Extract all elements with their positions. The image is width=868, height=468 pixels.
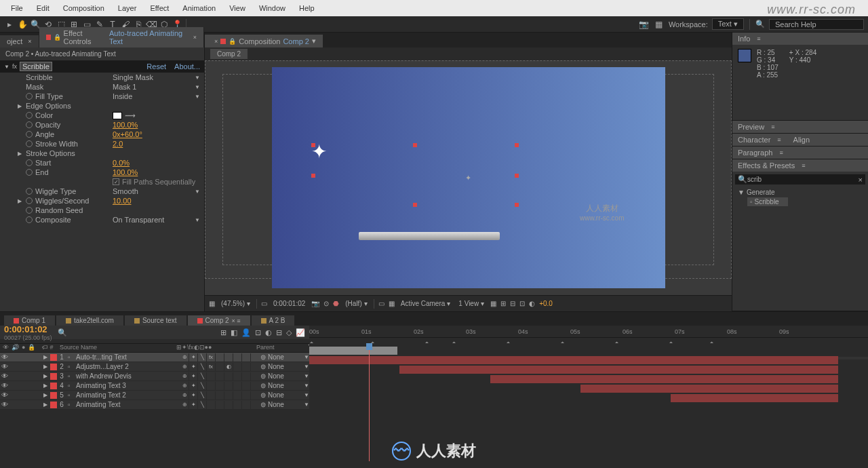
parent-dropdown[interactable]: None bbox=[268, 391, 284, 399]
transparency-icon[interactable]: ▦ bbox=[389, 300, 395, 307]
flowchart-icon[interactable]: ⊡ bbox=[519, 300, 525, 307]
layer-duration-bar[interactable] bbox=[309, 356, 838, 364]
snapshot-icon[interactable]: 📷 bbox=[311, 300, 319, 307]
menu-layer[interactable]: Layer bbox=[113, 3, 142, 14]
property-value[interactable]: 10.00 bbox=[113, 197, 200, 205]
quality-switch[interactable]: ╲ bbox=[198, 353, 207, 362]
clear-search-icon[interactable]: × bbox=[859, 176, 863, 184]
stopwatch-icon[interactable] bbox=[26, 93, 33, 100]
timecode-display[interactable]: 0:00:01:02 bbox=[271, 300, 307, 307]
pixel-aspect-icon[interactable]: ▦ bbox=[490, 300, 496, 307]
3d-switch[interactable] bbox=[242, 363, 251, 371]
resolution-icon[interactable]: ▭ bbox=[261, 300, 267, 307]
quality-switch[interactable]: ╲ bbox=[198, 372, 207, 381]
eye-icon[interactable]: 👁 bbox=[1, 353, 8, 361]
fx-switch[interactable] bbox=[207, 372, 216, 381]
frame-blend-switch[interactable] bbox=[216, 401, 224, 409]
menu-animation[interactable]: Animation bbox=[177, 3, 221, 14]
panel-menu-icon[interactable]: ≡ bbox=[757, 35, 760, 42]
close-icon[interactable]: × bbox=[214, 38, 218, 45]
layer-duration-bar[interactable] bbox=[399, 366, 838, 374]
layer-track[interactable] bbox=[309, 355, 868, 365]
shy-switch[interactable]: ⊕ bbox=[180, 372, 189, 381]
shy-icon[interactable]: 👤 bbox=[241, 328, 251, 337]
layer-duration-bar[interactable] bbox=[671, 394, 838, 402]
3d-switch[interactable] bbox=[242, 391, 251, 399]
twirl-icon[interactable]: ▶ bbox=[43, 383, 47, 389]
stopwatch-icon[interactable] bbox=[26, 216, 33, 223]
effect-name[interactable]: Scribble bbox=[20, 62, 52, 71]
menu-edit[interactable]: Edit bbox=[31, 3, 55, 14]
motion-blur-switch[interactable] bbox=[224, 391, 233, 399]
layer-row[interactable]: 👁 ▶ 4 ▫ Animating Text 3 ⊕ ✦ ╲ ⊚None▼ bbox=[0, 381, 309, 391]
composition-tab[interactable]: × 🔒 Composition Comp 2 ▾ bbox=[205, 35, 323, 47]
collapse-switch[interactable]: ✦ bbox=[189, 372, 198, 381]
twirl-icon[interactable]: ▶ bbox=[18, 198, 23, 204]
property-value[interactable]: 0x+60.0° bbox=[113, 130, 200, 138]
layer-row[interactable]: 👁 ▶ 2 ▫ Adjustm...Layer 2 ⊕ ✦ ╲ fx ◐ ⊚No… bbox=[0, 362, 309, 372]
snapshot-icon[interactable]: 📷 bbox=[639, 19, 650, 30]
color-swatch[interactable] bbox=[113, 112, 122, 119]
timeline-tab[interactable]: Source text bbox=[125, 315, 186, 326]
lock-icon[interactable]: 🔒 bbox=[54, 34, 61, 41]
shy-switch[interactable]: ⊕ bbox=[180, 363, 189, 371]
stopwatch-icon[interactable] bbox=[26, 140, 33, 147]
reset-link[interactable]: Reset bbox=[146, 62, 166, 71]
fast-preview-icon[interactable]: ⊞ bbox=[500, 300, 506, 307]
shy-switch[interactable]: ⊕ bbox=[180, 391, 189, 399]
layer-duration-bar[interactable] bbox=[309, 347, 397, 355]
timeline-tab[interactable]: Comp 2 × ≡ bbox=[188, 315, 250, 326]
pickwhip-icon[interactable]: ⊚ bbox=[260, 353, 266, 361]
layer-handle[interactable] bbox=[311, 174, 315, 178]
layer-handle[interactable] bbox=[413, 203, 417, 207]
layer-name[interactable]: Auto-tr...ting Text bbox=[75, 353, 180, 361]
preview-panel-header[interactable]: Preview≡ bbox=[732, 121, 868, 133]
3d-switch[interactable] bbox=[242, 353, 251, 362]
cti-head-icon[interactable] bbox=[366, 343, 372, 350]
menu-file[interactable]: File bbox=[5, 3, 28, 14]
effects-presets-header[interactable]: Effects & Presets≡ bbox=[732, 159, 868, 172]
layer-row[interactable]: 👁 ▶ 5 ▫ Animating Text 2 ⊕ ✦ ╲ ⊚None▼ bbox=[0, 391, 309, 400]
stopwatch-icon[interactable] bbox=[26, 159, 33, 166]
draft3d-icon[interactable]: ◧ bbox=[231, 328, 237, 337]
menu-window[interactable]: Window bbox=[254, 3, 291, 14]
info-panel-header[interactable]: Info ≡ bbox=[732, 33, 868, 45]
parent-dropdown[interactable]: None bbox=[268, 382, 284, 389]
anchor-point-icon[interactable]: ✦ bbox=[465, 174, 472, 180]
panel-menu-icon[interactable]: ≡ bbox=[777, 136, 781, 143]
motion-blur-switch[interactable] bbox=[224, 382, 233, 390]
project-tab[interactable]: oject× bbox=[0, 35, 39, 47]
parent-dropdown[interactable]: None bbox=[268, 372, 284, 380]
timeline-timecode[interactable]: 0:00:01:02 bbox=[4, 324, 52, 334]
composition-viewer[interactable]: ✦ ✦ 人人素材 www.rr-sc.com bbox=[205, 60, 732, 295]
panel-menu-icon[interactable]: ≡ bbox=[779, 149, 783, 156]
camera-dropdown[interactable]: Active Camera ▾ bbox=[399, 300, 453, 307]
about-link[interactable]: About... bbox=[174, 62, 200, 71]
adjustment-switch[interactable] bbox=[233, 391, 242, 399]
layer-track[interactable] bbox=[309, 393, 868, 403]
motion-blur-switch[interactable] bbox=[224, 401, 233, 409]
layer-row[interactable]: 👁 ▶ 6 ▫ Animating Text ⊕ ✦ ╲ ⊚None▼ bbox=[0, 400, 309, 410]
hand-tool-icon[interactable]: ✋ bbox=[17, 19, 28, 30]
collapse-switch[interactable]: ✦ bbox=[189, 382, 198, 390]
frame-blend-switch[interactable] bbox=[216, 353, 224, 362]
frame-blend-switch[interactable] bbox=[216, 391, 224, 399]
eye-column-icon[interactable]: 👁 bbox=[3, 344, 9, 352]
collapse-switch[interactable]: ✦ bbox=[189, 391, 198, 399]
layer-color-icon[interactable] bbox=[50, 402, 57, 408]
layer-handle[interactable] bbox=[515, 143, 519, 147]
motion-blur-switch[interactable] bbox=[224, 353, 233, 362]
paragraph-panel-header[interactable]: Paragraph≡ bbox=[732, 147, 868, 159]
layer-color-icon[interactable] bbox=[50, 373, 57, 380]
show-snapshot-icon[interactable]: ⊙ bbox=[323, 300, 329, 307]
property-dropdown[interactable]: Smooth▼ bbox=[113, 187, 200, 195]
frame-blend-switch[interactable] bbox=[216, 363, 224, 371]
layer-track[interactable] bbox=[309, 365, 868, 374]
quality-switch[interactable]: ╲ bbox=[198, 391, 207, 399]
preset-item-scribble[interactable]: ▫Scribble bbox=[747, 197, 788, 206]
graph-editor-icon[interactable]: 📈 bbox=[296, 328, 305, 337]
parent-dropdown[interactable]: None bbox=[268, 401, 284, 408]
stopwatch-icon[interactable] bbox=[26, 188, 33, 195]
motion-blur-switch[interactable]: ◐ bbox=[224, 363, 233, 371]
adjustment-switch[interactable] bbox=[233, 382, 242, 390]
